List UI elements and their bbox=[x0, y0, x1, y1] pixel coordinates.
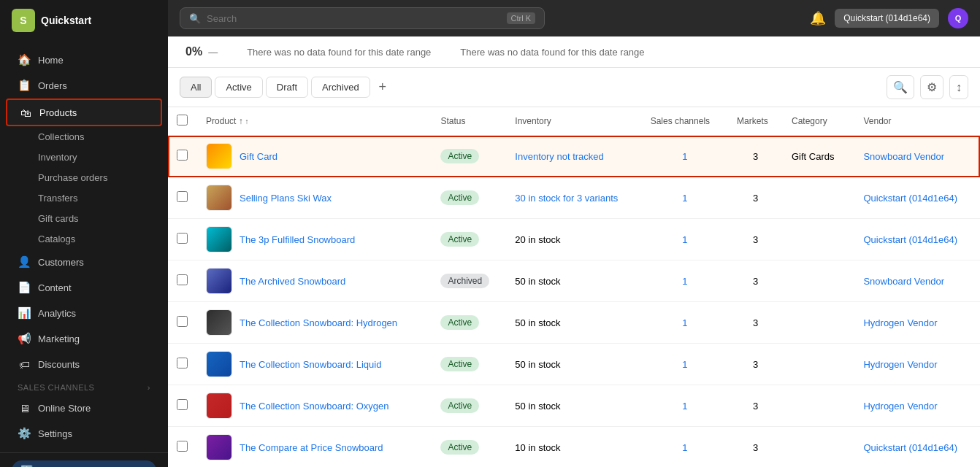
product-name-link[interactable]: The Collection Snowboard: Liquid bbox=[240, 359, 381, 370]
product-name-link[interactable]: The 3p Fulfilled Snowboard bbox=[240, 234, 355, 245]
sidebar-item-products[interactable]: 🛍 Products bbox=[6, 99, 162, 126]
sales-channels-expand-icon[interactable]: › bbox=[148, 383, 150, 392]
th-status: Status bbox=[432, 107, 506, 136]
row-checkbox[interactable] bbox=[177, 233, 188, 244]
sidebar-item-catalogs[interactable]: Catalogs bbox=[6, 229, 162, 249]
vendor-link[interactable]: Snowboard Vendor bbox=[863, 151, 944, 162]
row-checkbox[interactable] bbox=[177, 358, 188, 368]
inventory-text: 20 in stock bbox=[515, 234, 560, 245]
tab-add-button[interactable]: + bbox=[373, 77, 393, 98]
sales-channels-count[interactable]: 1 bbox=[682, 442, 687, 453]
row-product-cell: The Collection Snowboard: Oxygen bbox=[197, 385, 432, 427]
search-icon: 🔍 bbox=[189, 13, 201, 24]
sales-channels-count[interactable]: 1 bbox=[682, 234, 687, 245]
sidebar-item-transfers[interactable]: Transfers bbox=[6, 188, 162, 208]
product-name-link[interactable]: Selling Plans Ski Wax bbox=[240, 193, 332, 204]
tab-archived[interactable]: Archived bbox=[311, 77, 370, 98]
inventory-link[interactable]: Inventory not tracked bbox=[515, 151, 603, 162]
row-sales-channels-cell: 1 bbox=[642, 260, 728, 302]
vendor-link[interactable]: Quickstart (014d1e64) bbox=[863, 193, 957, 204]
markets-count: 3 bbox=[753, 401, 758, 412]
sidebar-item-marketing[interactable]: 📢 Marketing bbox=[6, 326, 162, 351]
table-row: The Collection Snowboard: Oxygen Active5… bbox=[168, 385, 980, 427]
sidebar-item-customers[interactable]: 👤 Customers bbox=[6, 250, 162, 274]
inventory-text: 50 in stock bbox=[515, 359, 560, 370]
tab-all[interactable]: All bbox=[180, 77, 212, 98]
row-markets-cell: 3 bbox=[728, 136, 783, 177]
sidebar-item-analytics-label: Analytics bbox=[38, 308, 76, 319]
product-name-link[interactable]: The Collection Snowboard: Hydrogen bbox=[240, 317, 397, 328]
stat-2-label: There was no data found for this date ra… bbox=[247, 47, 431, 58]
row-status-cell: Archived bbox=[432, 260, 506, 302]
sales-channels-count[interactable]: 1 bbox=[682, 317, 687, 328]
filter-actions: 🔍 ⚙ ↕ bbox=[887, 75, 968, 99]
sidebar-item-online-store[interactable]: 🖥 Online Store bbox=[6, 395, 162, 420]
vendor-link[interactable]: Quickstart (014d1e64) bbox=[863, 442, 957, 453]
product-name-link[interactable]: The Archived Snowboard bbox=[240, 276, 345, 287]
vendor-link[interactable]: Quickstart (014d1e64) bbox=[863, 234, 957, 245]
sales-channels-count[interactable]: 1 bbox=[682, 193, 687, 204]
filter-button[interactable]: ⚙ bbox=[920, 75, 943, 99]
sidebar-item-online-store-label: Online Store bbox=[38, 403, 91, 414]
inventory-link[interactable]: 30 in stock for 3 variants bbox=[515, 193, 618, 204]
search-input[interactable] bbox=[207, 13, 501, 24]
row-status-cell: Active bbox=[432, 177, 506, 219]
avatar[interactable]: Q bbox=[948, 8, 968, 28]
vendor-link[interactable]: Hydrogen Vendor bbox=[863, 317, 937, 328]
row-checkbox[interactable] bbox=[177, 399, 188, 410]
sort-button[interactable]: ↕ bbox=[949, 75, 968, 99]
product-name-link[interactable]: Gift Card bbox=[240, 151, 277, 162]
tab-active[interactable]: Active bbox=[215, 77, 262, 98]
sidebar-item-inventory[interactable]: Inventory bbox=[6, 147, 162, 167]
sidebar-item-purchase-orders[interactable]: Purchase orders bbox=[6, 168, 162, 188]
status-badge: Active bbox=[440, 357, 479, 371]
th-select-all[interactable] bbox=[168, 107, 197, 136]
row-checkbox[interactable] bbox=[177, 274, 188, 285]
markets-count: 3 bbox=[753, 151, 758, 162]
inventory-text: 10 in stock bbox=[515, 442, 560, 453]
product-name-link[interactable]: The Compare at Price Snowboard bbox=[240, 442, 383, 453]
notifications-icon[interactable]: 🔔 bbox=[810, 10, 826, 26]
sidebar-item-collections[interactable]: Collections bbox=[6, 127, 162, 147]
row-category-cell bbox=[783, 219, 854, 260]
home-icon: 🏠 bbox=[18, 53, 31, 66]
sidebar-item-settings[interactable]: ⚙️ Settings bbox=[6, 421, 162, 446]
non-transferable-badge[interactable]: ℹ️ Non-transferable bbox=[12, 460, 156, 467]
product-thumbnail bbox=[206, 393, 232, 419]
sales-channels-count[interactable]: 1 bbox=[682, 276, 687, 287]
main-content: 🔍 Ctrl K 🔔 Quickstart (014d1e64) Q 0% — … bbox=[168, 0, 980, 467]
topbar: 🔍 Ctrl K 🔔 Quickstart (014d1e64) Q bbox=[168, 0, 980, 36]
status-badge: Active bbox=[440, 440, 479, 455]
markets-count: 3 bbox=[753, 317, 758, 328]
row-product-cell: The Archived Snowboard bbox=[197, 260, 432, 302]
row-checkbox[interactable] bbox=[177, 441, 188, 452]
select-all-checkbox[interactable] bbox=[177, 115, 188, 126]
row-checkbox-cell bbox=[168, 344, 197, 385]
sidebar-item-home[interactable]: 🏠 Home bbox=[6, 47, 162, 72]
sidebar-item-gift-cards[interactable]: Gift cards bbox=[6, 209, 162, 228]
account-button[interactable]: Quickstart (014d1e64) bbox=[835, 9, 939, 28]
sidebar-item-discounts[interactable]: 🏷 Discounts bbox=[6, 352, 162, 377]
vendor-link[interactable]: Snowboard Vendor bbox=[863, 276, 944, 287]
sidebar-item-analytics[interactable]: 📊 Analytics bbox=[6, 301, 162, 325]
vendor-link[interactable]: Hydrogen Vendor bbox=[863, 359, 937, 370]
row-checkbox[interactable] bbox=[177, 191, 188, 202]
stat-1-dash: — bbox=[208, 47, 218, 58]
sidebar-item-orders[interactable]: 📋 Orders bbox=[6, 73, 162, 98]
th-product[interactable]: Product ↑ bbox=[197, 107, 432, 136]
row-markets-cell: 3 bbox=[728, 260, 783, 302]
row-checkbox[interactable] bbox=[177, 316, 188, 327]
discounts-icon: 🏷 bbox=[18, 358, 31, 371]
product-name-link[interactable]: The Collection Snowboard: Oxygen bbox=[240, 401, 389, 412]
sidebar-item-content[interactable]: 📄 Content bbox=[6, 275, 162, 300]
vendor-link[interactable]: Hydrogen Vendor bbox=[863, 401, 937, 412]
search-filter-button[interactable]: 🔍 bbox=[887, 75, 914, 99]
sales-channels-count[interactable]: 1 bbox=[682, 359, 687, 370]
sales-channels-count[interactable]: 1 bbox=[682, 401, 687, 412]
online-store-icon: 🖥 bbox=[18, 401, 31, 414]
row-checkbox[interactable] bbox=[177, 150, 188, 161]
sales-channels-count[interactable]: 1 bbox=[682, 151, 687, 162]
tab-draft[interactable]: Draft bbox=[266, 77, 308, 98]
sidebar: S Quickstart 🏠 Home 📋 Orders 🛍 Products … bbox=[0, 0, 168, 467]
search-bar[interactable]: 🔍 Ctrl K bbox=[180, 7, 545, 29]
